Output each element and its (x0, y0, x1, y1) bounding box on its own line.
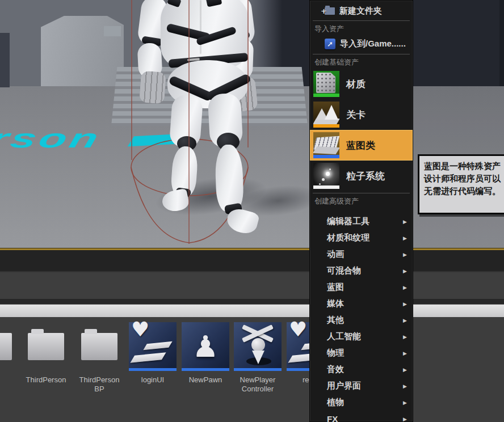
submenu-arrow-icon: ▶ (403, 318, 407, 323)
submenu-arrow-icon: ▶ (403, 268, 407, 274)
menu-item-label: 媒体 (327, 298, 344, 309)
menu-item-label: 新建文件夹 (339, 6, 382, 16)
material-color-bar (313, 94, 339, 97)
menu-item-misc[interactable]: 其他 ▶ (310, 312, 413, 328)
asset-label: NewPawn (182, 375, 229, 385)
controller-sphere-icon (251, 338, 265, 352)
submenu-arrow-icon: ▶ (403, 219, 407, 225)
menu-item-new-folder[interactable]: + 新建文件夹 (310, 3, 413, 19)
menu-section-basic: 创建基础资产 (310, 56, 413, 69)
panel-divider (0, 299, 504, 304)
menu-item-label: 编辑器工具 (327, 216, 369, 227)
new-folder-icon: + (325, 7, 335, 15)
menu-item-blueprint-class[interactable]: 蓝图类 (310, 130, 413, 161)
heart-icon: ♥ (289, 318, 307, 341)
menu-item-materials-textures[interactable]: 材质和纹理 ▶ (310, 230, 413, 246)
submenu-arrow-icon: ▶ (403, 235, 407, 241)
menu-item-label: 关卡 (346, 108, 366, 121)
menu-item-label: 物理 (327, 348, 344, 358)
menu-divider (313, 20, 410, 21)
submenu-arrow-icon: ▶ (403, 367, 407, 373)
unreal-editor-window: rson (0, 0, 504, 422)
menu-item-label: 人工智能 (327, 331, 361, 342)
mannequin-calf (215, 144, 244, 212)
folder-tile-thirdpersonbp[interactable]: ThirdPerson BP (75, 322, 124, 394)
folder-tile-thirdperson[interactable]: ThirdPerson (22, 322, 70, 385)
menu-item-label: 用户界面 (327, 381, 361, 391)
submenu-arrow-icon: ▶ (403, 334, 407, 340)
menu-item-label: 材质 (346, 78, 366, 91)
mannequin-hand (139, 71, 166, 104)
folder-label: ThirdPerson (22, 375, 70, 385)
menu-item-animation[interactable]: 动画 ▶ (310, 246, 413, 263)
menu-item-material[interactable]: 材质 (310, 69, 413, 99)
menu-item-label: FX (327, 414, 338, 422)
menu-item-label: 植物 (327, 397, 344, 408)
menu-item-label: 动画 (327, 249, 344, 260)
menu-item-label: 蓝图类 (346, 139, 375, 152)
menu-divider (313, 54, 410, 54)
chess-pawn-icon: ♟ (192, 332, 219, 361)
menu-item-import-to-game[interactable]: ➚ 导入到/Game...... (310, 35, 413, 52)
menu-item-physics[interactable]: 物理 ▶ (310, 345, 413, 361)
level-mountain (325, 105, 338, 120)
submenu-arrow-icon: ▶ (403, 351, 407, 356)
folder-tile[interactable]: UI (0, 322, 18, 385)
menu-item-editor-tools[interactable]: 编辑器工具 ▶ (310, 213, 413, 230)
submenu-arrow-icon: ▶ (403, 400, 407, 406)
particle-color-bar (313, 185, 339, 189)
menu-item-blueprints[interactable]: 蓝图 ▶ (310, 279, 413, 296)
menu-item-foliage[interactable]: 植物 ▶ (310, 394, 413, 411)
level-color-bar (313, 124, 339, 128)
submenu-arrow-icon: ▶ (403, 252, 407, 258)
asset-tile-newplayercontroller[interactable]: NewPlayer Controller (233, 322, 282, 394)
menu-item-fx[interactable]: FX ▶ (310, 411, 413, 422)
material-swatch (316, 73, 335, 93)
player-controller-thumbnail (234, 322, 282, 371)
asset-type-underline (234, 368, 282, 371)
submenu-arrow-icon: ▶ (403, 301, 407, 307)
blueprint-page (313, 146, 339, 154)
menu-item-label: 可混合物 (327, 265, 361, 276)
menu-item-user-interface[interactable]: 用户界面 ▶ (310, 378, 413, 394)
controller-cone-icon (252, 351, 264, 364)
tooltip-line: 设计师和程序员可以 (424, 172, 504, 185)
import-icon: ➚ (325, 39, 335, 49)
menu-item-media[interactable]: 媒体 ▶ (310, 296, 413, 312)
folder-icon (0, 322, 18, 371)
folder-label: ThirdPerson BP (75, 375, 123, 394)
menu-item-label: 其他 (327, 315, 344, 326)
menu-item-label: 粒子系统 (346, 170, 385, 183)
folder-label: UI (0, 375, 18, 385)
submenu-arrow-icon: ▶ (403, 383, 407, 389)
submenu-arrow-icon: ▶ (403, 416, 407, 422)
asset-tile-newpawn[interactable]: ♟ NewPawn (181, 322, 230, 385)
menu-section-advanced: 创建高级资产 (310, 195, 413, 208)
blueprint-color-bar (313, 155, 339, 158)
menu-item-blendables[interactable]: 可混合物 ▶ (310, 263, 413, 279)
asset-label: NewPlayer Controller (234, 375, 282, 394)
heart-icon: ♥ (131, 318, 149, 341)
menu-item-sounds[interactable]: 音效 ▶ (310, 361, 413, 378)
mannequin-part (200, 0, 201, 54)
menu-item-particle-system[interactable]: 粒子系统 (310, 161, 413, 191)
asset-label: loginUI (129, 375, 177, 385)
level-icon (313, 102, 339, 128)
menu-item-label: 材质和纹理 (327, 233, 369, 243)
blueprint-class-icon (313, 132, 339, 158)
menu-item-artificial-intelligence[interactable]: 人工智能 ▶ (310, 328, 413, 345)
particle-system-icon (313, 163, 339, 189)
menu-divider (313, 193, 410, 193)
widget-blueprint-thumbnail: ♥ (129, 322, 177, 371)
mannequin-foot (161, 188, 190, 214)
asset-type-underline (182, 368, 229, 371)
folder-icon (22, 322, 70, 371)
asset-tile-loginui[interactable]: ♥ loginUI (128, 322, 177, 385)
menu-item-level[interactable]: 关卡 (310, 99, 413, 130)
panel-toolbar-mid (0, 271, 504, 299)
particle-sparkle (326, 172, 330, 176)
content-browser-breadcrumb-bar[interactable] (0, 304, 504, 317)
widget-panel-icon (143, 341, 172, 350)
menu-item-label: 蓝图 (327, 282, 344, 293)
pawn-thumbnail: ♟ (182, 322, 229, 371)
